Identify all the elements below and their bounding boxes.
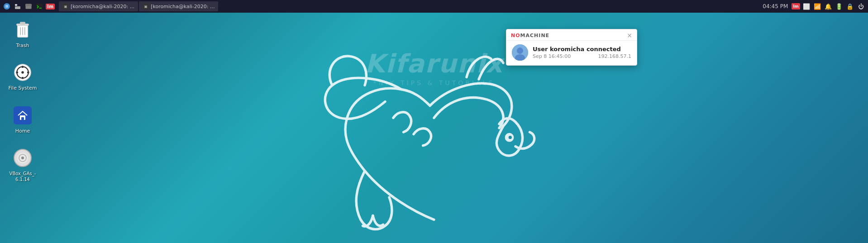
terminal-icon[interactable]: [34, 1, 44, 11]
svg-rect-19: [22, 77, 24, 79]
svg-point-28: [517, 48, 523, 54]
home-label: Home: [15, 128, 30, 134]
desktop-icons: Trash File System: [0, 13, 41, 184]
taskbar: Im ▣ [koromicha@kali-2020: ... ▣ [koromi…: [0, 0, 868, 13]
network-icon[interactable]: 📶: [813, 2, 822, 11]
trash-icon-desktop[interactable]: Trash: [5, 17, 41, 51]
volume-icon[interactable]: 🔔: [824, 2, 833, 11]
logo-no: NO: [511, 33, 520, 38]
window-tab-1[interactable]: ▣ [koromicha@kali-2020: ...: [59, 1, 138, 11]
notification-close-button[interactable]: ×: [627, 32, 632, 38]
app-menu-icon[interactable]: [2, 1, 12, 11]
notification-content: User koromicha connected Sep 8 16:45:00 …: [533, 46, 631, 59]
svg-rect-18: [22, 66, 24, 68]
window-tab-1-label: [koromicha@kali-2020: ...: [71, 4, 134, 10]
vbox-icon-image: [12, 147, 33, 169]
svg-point-26: [21, 157, 24, 159]
power-icon[interactable]: ⏻: [856, 2, 865, 11]
taskbar-windows: ▣ [koromicha@kali-2020: ... ▣ [koromicha…: [59, 1, 218, 11]
files-icon[interactable]: [13, 1, 23, 11]
filesystem-icon-image: [12, 62, 33, 83]
nomachine-logo: NO MACHINE: [511, 33, 549, 38]
svg-point-8: [509, 136, 512, 139]
svg-rect-20: [16, 71, 18, 73]
svg-rect-5: [26, 6, 31, 9]
svg-rect-4: [25, 5, 32, 5]
filesystem-label: File System: [9, 85, 37, 91]
notification-title: User koromicha connected: [533, 46, 631, 52]
notification-header: NO MACHINE ×: [506, 29, 637, 40]
trash-label: Trash: [16, 43, 29, 49]
svg-rect-11: [20, 22, 25, 24]
notification-ip: 192.168.57.1: [598, 53, 631, 59]
tab-icon-2: ▣: [143, 3, 149, 10]
nm-tray-icon[interactable]: Im: [792, 3, 800, 10]
trash-icon-image: [12, 19, 33, 41]
taskbar-right: 04:45 PM Im ⬜ 📶 🔔 🔋 🔒 ⏻: [763, 2, 868, 11]
taskbar-left: Im: [0, 1, 55, 11]
window-tab-2-label: [koromicha@kali-2020: ...: [151, 4, 215, 10]
filesystem-icon-desktop[interactable]: File System: [5, 60, 41, 93]
svg-point-17: [21, 71, 24, 74]
notification-popup: NO MACHINE × User koromicha connected Se…: [506, 29, 637, 66]
lock-icon[interactable]: 🔒: [845, 2, 854, 11]
svg-rect-2: [15, 6, 20, 9]
tab-icon-1: ▣: [62, 3, 69, 10]
notification-avatar: [512, 44, 528, 61]
monitor-sys-icon[interactable]: ⬜: [802, 2, 811, 11]
nm-taskbar-icon[interactable]: Im: [45, 1, 55, 11]
notification-meta: Sep 8 16:45:00 192.168.57.1: [533, 53, 631, 59]
svg-rect-23: [21, 117, 24, 120]
vbox-label: VBox_GAs_-6.1.14: [10, 171, 36, 182]
vbox-icon-desktop[interactable]: VBox_GAs_-6.1.14: [5, 145, 41, 184]
home-icon-image: [12, 105, 33, 126]
notification-body: User koromicha connected Sep 8 16:45:00 …: [506, 40, 637, 65]
notification-time: Sep 8 16:45:00: [533, 53, 571, 59]
logo-machine: MACHINE: [520, 33, 550, 38]
clock: 04:45 PM: [763, 3, 788, 10]
browser-icon[interactable]: [24, 1, 33, 11]
svg-rect-21: [27, 71, 29, 73]
battery-icon[interactable]: 🔋: [835, 2, 844, 11]
svg-rect-1: [15, 4, 17, 6]
desktop: Kifarunix *NIX TIPS & TUTORIALS: [0, 13, 868, 243]
home-icon-desktop[interactable]: Home: [5, 103, 41, 136]
window-tab-2[interactable]: ▣ [koromicha@kali-2020: ...: [139, 1, 218, 11]
